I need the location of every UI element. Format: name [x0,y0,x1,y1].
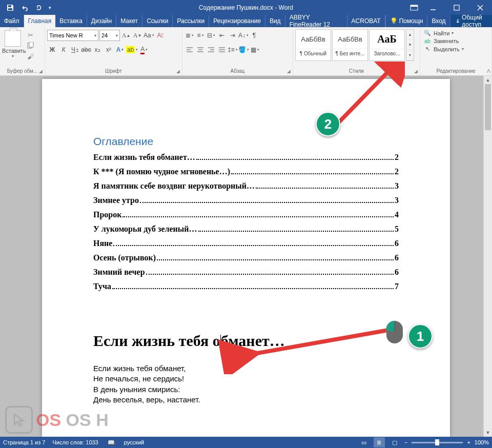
text-effects-icon[interactable]: A [115,44,125,55]
shading-icon[interactable]: 🪣 [238,44,249,55]
paragraph-launcher-icon[interactable]: ◢ [285,68,292,74]
toc-line[interactable]: Зимний вечер 6 [93,268,399,277]
share-button[interactable]: Общий доступ [450,15,492,27]
align-left-icon[interactable] [184,44,195,55]
font-color-icon[interactable]: A [139,44,149,55]
watermark-cursor-icon [5,406,33,434]
minimize-icon[interactable] [421,0,445,15]
grow-font-icon[interactable]: A▲ [121,30,131,41]
find-button[interactable]: 🔍Найти ▾ [423,30,464,36]
tab-references[interactable]: Ссылки [142,15,173,27]
change-case-icon[interactable]: Aa [144,30,154,41]
save-icon[interactable] [3,1,17,15]
toc-line[interactable]: Зимнее утро 3 [93,196,399,205]
zoom-slider-thumb[interactable] [435,439,439,445]
style-nospacing[interactable]: АаБбВв ¶ Без инте... [332,29,368,61]
align-center-icon[interactable] [195,44,206,55]
style-heading1[interactable]: АаБ Заголово... [369,29,405,61]
find-icon: 🔍 [423,30,432,36]
web-layout-icon[interactable]: ▢ [389,437,400,447]
page-indicator[interactable]: Страница 1 из 7 [3,439,45,445]
tab-acrobat[interactable]: ACROBAT [347,15,385,27]
toc-line[interactable]: Осень (отрывок) 6 [93,253,399,262]
spellcheck-icon[interactable]: 📖 [106,437,117,447]
clear-formatting-icon[interactable]: A⃠ [155,30,166,41]
tell-me[interactable]: 💡 Помощн [385,15,427,27]
style-normal[interactable]: АаБбВв ¶ Обычный [295,29,331,61]
toc-line[interactable]: Пророк 4 [93,210,399,219]
zoom-in-icon[interactable]: + [467,439,470,445]
italic-button[interactable]: К [58,44,69,55]
tab-design[interactable]: Дизайн [87,15,116,27]
numbering-icon[interactable]: ≡ [195,30,206,41]
toc-line[interactable]: У лукоморья дуб зеленый… 5 [93,225,399,234]
underline-button[interactable]: Ч [70,44,80,55]
sort-icon[interactable]: A↓ [238,30,249,41]
tab-abbyy[interactable]: ABBYY FineReader 12 [285,15,347,27]
bullets-icon[interactable]: ≣ [184,30,195,41]
bold-button[interactable]: Ж [47,44,57,55]
tab-review[interactable]: Рецензирование [209,15,265,27]
replace-icon: ab [423,38,432,44]
toc-line[interactable]: Няне 6 [93,239,399,248]
styles-scroll-up-icon[interactable]: ▲ [406,30,414,40]
toc-page: 7 [395,282,399,291]
show-marks-icon[interactable]: ¶ [249,30,259,41]
zoom-value[interactable]: 100% [475,439,489,445]
styles-expand-icon[interactable]: ▾ [406,50,414,60]
copy-icon[interactable] [25,41,36,50]
redo-icon[interactable] [32,1,46,15]
toc-line[interactable]: Туча 7 [93,282,399,291]
vertical-scrollbar[interactable]: ▲ ▼ [483,76,492,437]
shrink-font-icon[interactable]: A▼ [132,30,142,41]
tab-home[interactable]: Главная [24,15,56,27]
increase-indent-icon[interactable]: ⇥ [228,30,238,41]
multilevel-icon[interactable]: ⊟ [206,30,216,41]
subscript-button[interactable]: x₂ [92,44,102,55]
replace-button[interactable]: abЗаменить [423,38,464,44]
styles-launcher-icon[interactable]: ◢ [413,68,419,74]
borders-icon[interactable]: ▦ [250,44,260,55]
close-icon[interactable] [468,0,492,15]
clipboard-launcher-icon[interactable]: ◢ [37,68,44,74]
font-launcher-icon[interactable]: ◢ [175,68,181,74]
superscript-button[interactable]: x² [104,44,114,55]
justify-icon[interactable] [217,44,227,55]
select-button[interactable]: ↖Выделить ▾ [423,46,464,52]
read-mode-icon[interactable]: ▭ [358,437,370,447]
align-right-icon[interactable] [206,44,216,55]
decrease-indent-icon[interactable]: ⇤ [217,30,227,41]
tab-layout[interactable]: Макет [116,15,142,27]
strike-button[interactable]: abc [81,44,91,55]
highlight-icon[interactable]: ab [126,44,138,55]
scrollbar-thumb[interactable] [485,84,491,130]
toc-leader [113,245,394,246]
word-count[interactable]: Число слов: 1033 [52,439,98,445]
language-indicator[interactable]: русский [124,439,144,445]
tab-mailings[interactable]: Рассылки [173,15,209,27]
scroll-up-icon[interactable]: ▲ [484,76,492,84]
toc-line[interactable]: Я памятник себе воздвиг нерукотворный… 3 [93,181,399,191]
line-spacing-icon[interactable]: ‡≡ [228,44,238,55]
toc-leader [198,231,394,232]
toc-line[interactable]: Если жизнь тебя обманет… 2 [93,153,399,162]
format-painter-icon[interactable]: 🖌 [25,52,36,61]
tab-insert[interactable]: Вставка [55,15,87,27]
qat-customize-icon[interactable]: ▾ [46,1,53,15]
login-button[interactable]: Вход [427,15,449,27]
font-name-combo[interactable]: Times New R▾ [47,30,98,41]
scroll-down-icon[interactable]: ▼ [484,429,492,437]
zoom-slider[interactable] [412,442,463,443]
cut-icon[interactable]: ✂ [25,30,36,39]
tab-file[interactable]: Файл [0,15,24,27]
font-size-combo[interactable]: 24▾ [99,30,120,41]
tab-view[interactable]: Вид [265,15,285,27]
toc-line[interactable]: К *** (Я помню чудное мгновенье…) 2 [93,167,399,176]
print-layout-icon[interactable]: ≣ [374,437,385,447]
zoom-out-icon[interactable]: − [404,439,407,445]
maximize-icon[interactable] [445,0,468,15]
collapse-ribbon-icon[interactable]: ᐱ [487,68,490,74]
undo-icon[interactable] [17,1,32,15]
ribbon-display-icon[interactable] [407,1,421,15]
styles-scroll-down-icon[interactable]: ▼ [406,40,414,50]
